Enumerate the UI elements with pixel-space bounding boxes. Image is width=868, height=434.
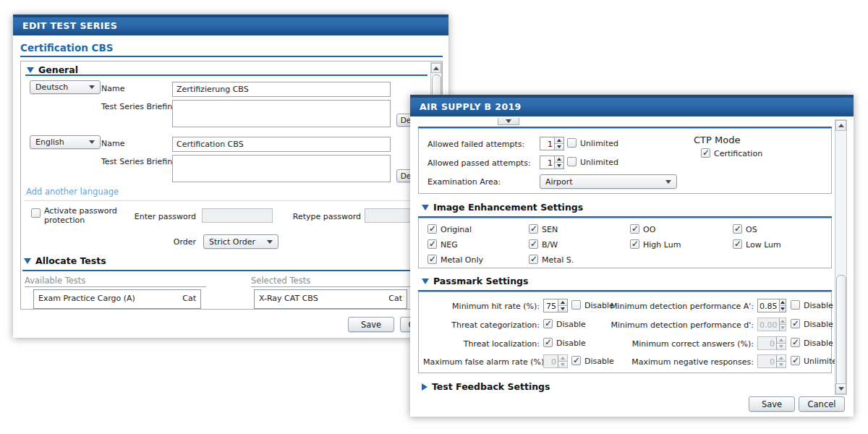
examination-area-select[interactable]: Airport (540, 174, 677, 189)
briefing-label-1: Test Series Briefing (101, 102, 177, 111)
max-false-alarm-spinner[interactable]: 0 (543, 354, 568, 368)
enhancement-checkbox[interactable] (529, 255, 538, 264)
spinner-down-icon[interactable] (555, 144, 563, 150)
triangle-down-icon (422, 205, 429, 210)
edit-dialog-titlebar: EDIT TEST SERIES (13, 14, 448, 35)
spinner-down-icon[interactable] (780, 325, 786, 331)
edit-dialog-content-box: General Deutsch Name Test Series Briefin… (20, 61, 443, 310)
scroll-up-button[interactable] (431, 63, 441, 73)
language-select-1[interactable]: Deutsch (30, 80, 101, 94)
spinner-up-icon[interactable] (555, 137, 563, 144)
name-label-1: Name (101, 84, 124, 93)
test-feedback-header[interactable]: Test Feedback Settings (422, 381, 550, 392)
air-dialog-scrollbar[interactable] (835, 119, 847, 395)
add-language-link[interactable]: Add another language (26, 187, 119, 197)
spinner-down-icon[interactable] (555, 163, 563, 169)
available-tests-label: Available Tests (25, 276, 85, 286)
list-item[interactable]: Exam Practice Cargo (A) Cat (34, 290, 200, 303)
threat-localization-label: Threat localization: (423, 339, 540, 349)
chevron-down-icon (267, 240, 273, 244)
spinner-down-icon[interactable] (777, 344, 786, 349)
general-section-header[interactable]: General (27, 64, 78, 75)
name-label-2: Name (101, 139, 124, 148)
test-series-name-heading: Certification CBS (20, 42, 114, 54)
failed-attempts-spinner[interactable]: 1 (540, 137, 564, 150)
name-input-2[interactable] (172, 137, 391, 152)
certification-checkbox[interactable] (701, 148, 710, 158)
triangle-down-icon (422, 278, 429, 284)
briefing-label-2: Test Series Briefing (101, 157, 177, 166)
failed-unlimited-checkbox[interactable] (567, 138, 576, 148)
disable-checkbox[interactable] (791, 300, 800, 310)
spinner-down-icon[interactable] (558, 362, 567, 367)
spinner-up-icon[interactable] (558, 299, 567, 306)
enhancement-checkbox[interactable] (427, 255, 437, 264)
language-select-2[interactable]: English (30, 135, 101, 149)
name-input-1[interactable] (172, 82, 391, 97)
disable-checkbox[interactable] (543, 319, 553, 328)
enter-password-input[interactable] (202, 208, 273, 223)
enhancement-checkbox[interactable] (630, 239, 639, 249)
disable-checkbox[interactable] (571, 300, 581, 310)
password-protection-label: Activate password protection (44, 206, 122, 225)
password-protection-checkbox[interactable] (31, 208, 41, 218)
allocate-tests-header[interactable]: Allocate Tests (24, 255, 106, 266)
scrollbar-thumb[interactable] (836, 275, 846, 393)
enhancement-checkbox[interactable] (427, 224, 437, 234)
spinner-up-icon[interactable] (558, 355, 567, 362)
max-negative-responses-spinner[interactable]: 0 (757, 354, 786, 368)
available-tests-listbox[interactable]: Exam Practice Cargo (A) Cat (33, 289, 201, 309)
spinner-buttons (554, 137, 563, 150)
enhancement-checkbox[interactable] (630, 224, 639, 234)
chevron-down-icon (665, 180, 671, 184)
spinner-up-icon[interactable] (780, 318, 786, 325)
spinner-down-icon[interactable] (777, 362, 786, 367)
spinner-up-icon[interactable] (780, 299, 786, 306)
passmark-panel: Minimum hit rate (%): 75 Disable Minimum… (418, 292, 832, 373)
briefing-textarea-1[interactable] (172, 100, 391, 127)
min-hit-rate-spinner[interactable]: 75 (543, 299, 568, 312)
scroll-down-button[interactable] (835, 383, 846, 394)
triangle-up-icon (838, 124, 844, 127)
briefing-textarea-2[interactable] (172, 155, 391, 182)
general-underline (25, 75, 427, 76)
unlimited-checkbox[interactable] (791, 356, 800, 365)
min-detection-a-spinner[interactable]: 0.85 (757, 299, 786, 312)
disable-checkbox[interactable] (571, 356, 581, 365)
cancel-button[interactable]: Cancel (799, 396, 845, 412)
passed-attempts-spinner[interactable]: 1 (540, 156, 564, 169)
passmark-header[interactable]: Passmark Settings (422, 276, 528, 286)
enhancement-checkbox[interactable] (427, 239, 437, 249)
air-dialog-titlebar: AIR SUPPLY B 2019 (410, 95, 854, 116)
triangle-up-icon (433, 67, 439, 70)
selected-tests-listbox[interactable]: X-Ray CAT CBS Cat (254, 289, 407, 309)
certification-label: Certification (714, 149, 762, 158)
spinner-down-icon[interactable] (780, 306, 786, 312)
spinner-up-icon[interactable] (555, 156, 563, 163)
spinner-buttons (779, 299, 786, 312)
enhancement-checkbox[interactable] (529, 239, 538, 249)
clipped-dropdown-fragment (498, 118, 519, 125)
disable-checkbox[interactable] (791, 338, 800, 347)
selected-tests-rule (251, 286, 427, 287)
order-label: Order (129, 237, 196, 247)
spinner-down-icon[interactable] (558, 306, 567, 312)
min-detection-d-spinner[interactable]: 0.00 (757, 318, 786, 331)
spinner-up-icon[interactable] (777, 355, 786, 362)
order-select[interactable]: Strict Order (203, 234, 278, 249)
save-button[interactable]: Save (749, 396, 795, 412)
min-correct-answers-spinner[interactable]: 0 (757, 336, 786, 350)
disable-checkbox[interactable] (543, 338, 553, 347)
image-enhancement-panel: Original SEN OO OS NEG B/W High Lum Low … (418, 218, 832, 268)
passed-unlimited-checkbox[interactable] (567, 157, 576, 166)
scroll-up-button[interactable] (835, 120, 846, 131)
list-item[interactable]: X-Ray CAT CBS Cat (255, 290, 407, 303)
disable-checkbox[interactable] (791, 319, 800, 328)
image-enhancement-header[interactable]: Image Enhancement Settings (422, 202, 583, 213)
enhancement-checkbox[interactable] (733, 239, 742, 249)
save-button[interactable]: Save (348, 317, 394, 332)
spinner-up-icon[interactable] (777, 337, 786, 344)
enhancement-checkbox[interactable] (529, 224, 538, 234)
enhancement-checkbox[interactable] (733, 224, 742, 234)
spinner-buttons (558, 355, 567, 367)
